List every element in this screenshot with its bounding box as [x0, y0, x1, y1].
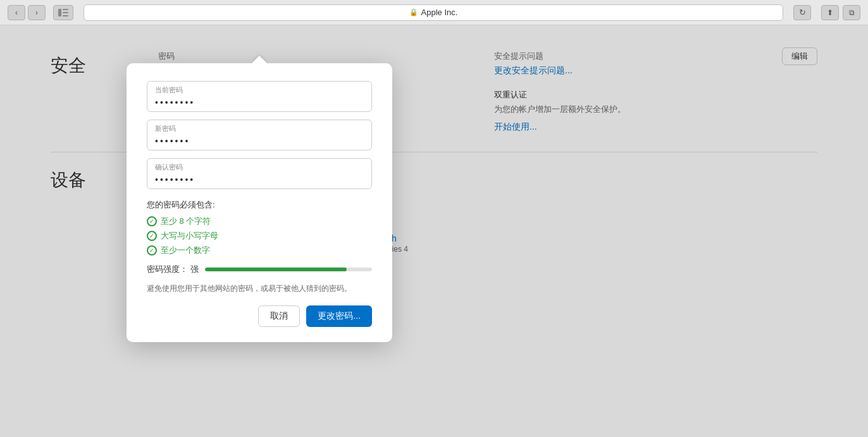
check-icon-1 — [147, 216, 157, 226]
svg-rect-2 — [63, 12, 68, 13]
sidebar-icon — [58, 9, 68, 16]
share-button[interactable]: ⬆ — [821, 5, 839, 20]
strength-section: 密码强度： 强 — [147, 264, 372, 275]
lock-icon: 🔒 — [409, 8, 418, 16]
back-button[interactable]: ‹ — [8, 5, 25, 20]
req-item-3: 至少一个数字 — [147, 245, 372, 256]
sidebar-button[interactable] — [53, 5, 73, 20]
confirm-password-value[interactable]: •••••••• — [155, 175, 364, 185]
req-item-1: 至少 8 个字符 — [147, 216, 372, 227]
confirm-password-label: 确认密码 — [155, 163, 364, 172]
warning-text: 避免使用您用于其他网站的密码，或易于被他人猜到的密码。 — [147, 283, 372, 294]
check-icon-3 — [147, 245, 157, 255]
address-text: Apple Inc. — [421, 8, 458, 17]
popup-arrow — [252, 56, 267, 63]
svg-rect-3 — [63, 15, 68, 16]
page-content: 安全 密码 更改密码... 编辑 安全提示问题 更改安全提示问题... 双重认证… — [0, 25, 868, 437]
password-change-popup: 当前密码 •••••••• 新密码 ••••••• 确认密码 •••••••• — [127, 63, 392, 342]
svg-rect-1 — [63, 9, 68, 10]
requirements-title: 您的密码必须包含: — [147, 199, 372, 211]
strength-bar-container — [205, 268, 372, 271]
current-password-group: 当前密码 •••••••• — [147, 81, 372, 112]
new-password-group: 新密码 ••••••• — [147, 120, 372, 151]
confirm-password-group: 确认密码 •••••••• — [147, 158, 372, 189]
new-password-label: 新密码 — [155, 124, 364, 133]
strength-bar — [205, 268, 347, 271]
right-buttons: ⬆ ⧉ — [821, 5, 860, 20]
password-requirements: 您的密码必须包含: 至少 8 个字符 大写与小写字母 至少一个数字 — [147, 199, 372, 256]
popup-overlay: 当前密码 •••••••• 新密码 ••••••• 确认密码 •••••••• — [0, 25, 868, 437]
strength-label: 密码强度： 强 — [147, 264, 199, 275]
forward-button[interactable]: › — [28, 5, 46, 20]
browser-chrome: ‹ › 🔒 Apple Inc. ↻ ⬆ ⧉ — [0, 0, 868, 25]
current-password-label: 当前密码 — [155, 85, 364, 95]
popup-buttons: 取消 更改密码... — [147, 305, 372, 327]
new-password-value[interactable]: ••••••• — [155, 136, 364, 146]
nav-buttons: ‹ › — [8, 5, 46, 20]
confirm-password-button[interactable]: 更改密码... — [306, 305, 372, 327]
cancel-button[interactable]: 取消 — [258, 305, 300, 327]
reload-button[interactable]: ↻ — [793, 5, 811, 20]
svg-rect-0 — [58, 9, 61, 16]
current-password-value[interactable]: •••••••• — [155, 97, 364, 108]
check-icon-2 — [147, 231, 157, 241]
new-page-button[interactable]: ⧉ — [843, 5, 860, 20]
address-bar[interactable]: 🔒 Apple Inc. — [84, 4, 783, 21]
req-item-2: 大写与小写字母 — [147, 230, 372, 242]
